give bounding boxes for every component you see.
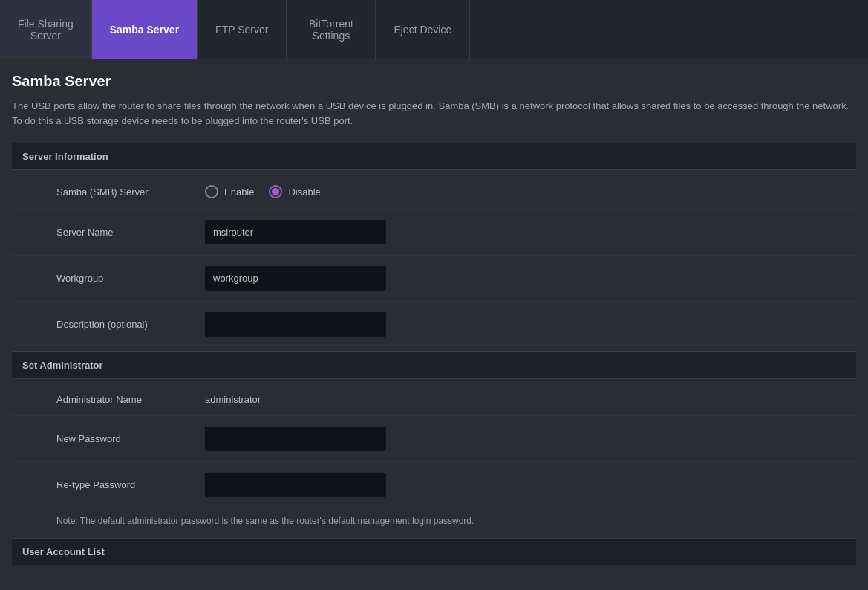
tab-bar: File Sharing Server Samba Server FTP Ser…	[0, 0, 868, 59]
description-input[interactable]	[205, 312, 386, 337]
server-name-input[interactable]	[205, 220, 386, 244]
set-administrator-body: Administrator Name administrator New Pas…	[12, 379, 856, 538]
page-description: The USB ports allow the router to share …	[12, 99, 856, 128]
tab-bittorrent-settings[interactable]: BitTorrent Settings	[287, 0, 376, 59]
smb-enable-radio-btn[interactable]	[205, 185, 218, 198]
description-control	[205, 312, 386, 337]
smb-disable-radio-btn[interactable]	[269, 185, 282, 198]
tab-samba-server[interactable]: Samba Server	[92, 0, 198, 59]
server-name-row: Server Name	[12, 210, 856, 256]
workgroup-control	[205, 266, 386, 291]
server-information-body: Samba (SMB) Server Enable Disable Server…	[12, 170, 856, 351]
server-name-control	[205, 220, 386, 244]
retype-password-label: Re-type Password	[56, 479, 205, 490]
retype-password-row: Re-type Password	[12, 462, 856, 508]
new-password-control	[205, 427, 386, 451]
workgroup-row: Workgroup	[12, 256, 856, 302]
main-content: Samba Server The USB ports allow the rou…	[0, 59, 868, 577]
tab-file-sharing-server[interactable]: File Sharing Server	[0, 0, 92, 59]
smb-server-row: Samba (SMB) Server Enable Disable	[12, 175, 856, 210]
smb-disable-radio-label[interactable]: Disable	[269, 185, 320, 198]
new-password-row: New Password	[12, 416, 856, 462]
admin-note: Note: The default administrator password…	[12, 508, 856, 534]
smb-server-radio-group: Enable Disable	[205, 185, 321, 198]
smb-enable-label: Enable	[224, 187, 254, 198]
admin-name-control: administrator	[205, 394, 261, 405]
admin-name-label: Administrator Name	[56, 394, 205, 405]
smb-disable-label: Disable	[288, 187, 320, 198]
retype-password-control	[205, 473, 386, 497]
workgroup-input[interactable]	[205, 266, 386, 291]
page-title: Samba Server	[12, 73, 856, 90]
server-information-header: Server Information	[12, 143, 856, 170]
server-information-section: Server Information Samba (SMB) Server En…	[12, 143, 856, 351]
new-password-label: New Password	[56, 433, 205, 444]
set-administrator-section: Set Administrator Administrator Name adm…	[12, 351, 856, 538]
smb-enable-radio-label[interactable]: Enable	[205, 185, 254, 198]
smb-server-label: Samba (SMB) Server	[56, 187, 205, 198]
retype-password-input[interactable]	[205, 473, 386, 497]
description-label: Description (optional)	[56, 319, 205, 330]
new-password-input[interactable]	[205, 427, 386, 451]
tab-eject-device[interactable]: Eject Device	[376, 0, 470, 59]
set-administrator-header: Set Administrator	[12, 351, 856, 379]
workgroup-label: Workgroup	[56, 273, 205, 284]
admin-name-row: Administrator Name administrator	[12, 383, 856, 416]
description-row: Description (optional)	[12, 302, 856, 347]
tab-ftp-server[interactable]: FTP Server	[198, 0, 287, 59]
server-name-label: Server Name	[56, 227, 205, 238]
user-account-list-header: User Account List	[12, 538, 856, 565]
admin-name-value: administrator	[205, 394, 261, 405]
